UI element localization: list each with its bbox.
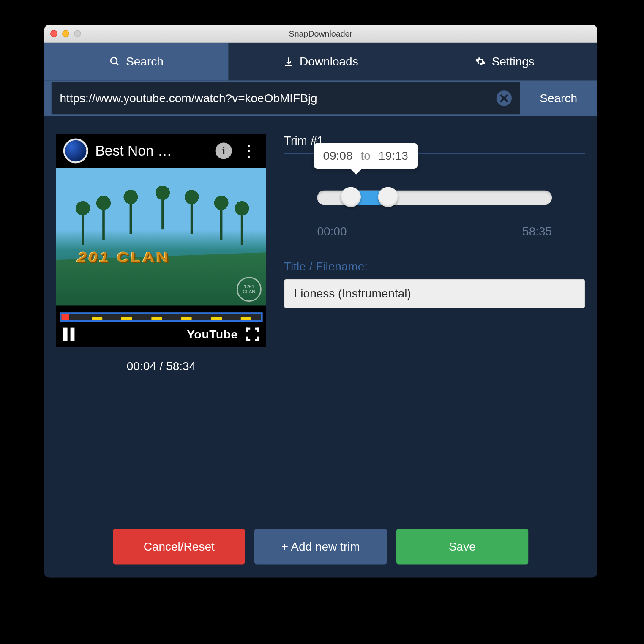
tab-search-label: Search	[126, 55, 164, 68]
trim-from: 09:08	[323, 149, 352, 162]
video-title: Best Non …	[95, 142, 208, 159]
current-time: 00:04	[127, 360, 156, 373]
fullscreen-icon[interactable]	[246, 328, 259, 341]
kebab-menu-icon[interactable]: ⋮	[239, 142, 259, 160]
close-icon	[500, 94, 508, 103]
trim-range-slider[interactable]: 09:08 to 19:13	[284, 174, 585, 221]
info-icon[interactable]: i	[216, 142, 232, 159]
add-trim-button-label: + Add new trim	[281, 540, 360, 554]
add-trim-button[interactable]: + Add new trim	[254, 529, 387, 565]
search-row: Search	[44, 80, 597, 116]
video-player[interactable]: 201 CLAN 1261 CLAN Best Non … i ⋮	[56, 134, 266, 347]
channel-watermark-icon: 1261 CLAN	[237, 277, 262, 302]
svg-point-0	[111, 57, 117, 64]
channel-avatar-icon[interactable]	[63, 139, 88, 164]
player-controls: YouTube	[56, 322, 266, 347]
youtube-logo[interactable]: YouTube	[187, 327, 238, 341]
gear-icon	[475, 56, 486, 67]
video-progress-bar[interactable]	[60, 312, 262, 322]
tab-settings-label: Settings	[492, 55, 535, 68]
url-field-wrap	[52, 82, 520, 115]
filename-input[interactable]	[284, 279, 585, 308]
range-end-label: 58:35	[522, 225, 552, 238]
trim-panel: Trim #1 09:08 to 19:13 00:00	[284, 134, 585, 373]
range-tooltip: 09:08 to 19:13	[314, 143, 418, 169]
cancel-button-label: Cancel/Reset	[144, 540, 215, 554]
search-button[interactable]: Search	[520, 80, 597, 116]
total-time: 58:34	[166, 360, 196, 373]
search-button-label: Search	[540, 91, 577, 105]
tab-search[interactable]: Search	[44, 43, 229, 81]
tab-downloads-label: Downloads	[300, 55, 358, 68]
titlebar: SnapDownloader	[44, 25, 597, 43]
save-button-label: Save	[449, 540, 476, 554]
player-header: Best Non … i ⋮	[56, 134, 266, 168]
tab-settings[interactable]: Settings	[413, 43, 597, 81]
url-input[interactable]	[60, 91, 496, 105]
slider-track[interactable]	[317, 191, 552, 205]
slider-handle-end[interactable]	[378, 187, 398, 207]
pause-icon[interactable]	[63, 328, 75, 341]
range-bounds: 00:00 58:35	[284, 225, 585, 238]
svg-line-1	[116, 63, 118, 65]
trim-to-word: to	[360, 149, 370, 162]
app-window: SnapDownloader Search Downloads Settings	[44, 25, 597, 578]
trim-to: 19:13	[379, 149, 408, 162]
tab-downloads[interactable]: Downloads	[229, 43, 413, 81]
playback-time: 00:04 / 58:34	[56, 360, 266, 373]
video-frame: 201 CLAN	[56, 168, 266, 306]
slider-handle-start[interactable]	[341, 187, 361, 207]
window-title: SnapDownloader	[44, 29, 597, 38]
search-icon	[109, 56, 120, 67]
video-preview-column: 201 CLAN 1261 CLAN Best Non … i ⋮	[56, 134, 266, 373]
save-button[interactable]: Save	[396, 529, 529, 565]
main-tabs: Search Downloads Settings	[44, 43, 597, 81]
action-buttons: Cancel/Reset + Add new trim Save	[56, 529, 585, 565]
clear-url-button[interactable]	[497, 90, 512, 106]
filename-label: Title / Filename:	[284, 260, 585, 273]
cancel-button[interactable]: Cancel/Reset	[113, 529, 245, 565]
video-overlay-text: 201 CLAN	[75, 249, 226, 266]
range-start-label: 00:00	[317, 225, 347, 238]
download-icon	[283, 56, 294, 67]
